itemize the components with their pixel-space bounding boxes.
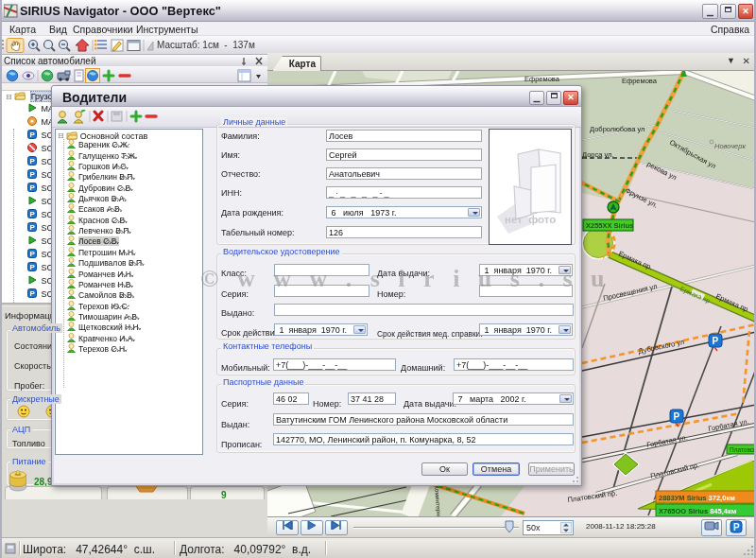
svg-text:Добролюбова ул: Добролюбова ул bbox=[590, 125, 644, 133]
svg-text:P: P bbox=[30, 210, 36, 218]
svg-text:Платовск: Платовск bbox=[730, 446, 756, 453]
svg-text:2883УМ Sirius 372,0км: 2883УМ Sirius 372,0км bbox=[659, 494, 735, 502]
svg-text:P: P bbox=[30, 250, 36, 258]
svg-text:Ефремова: Ефремова bbox=[524, 75, 560, 83]
svg-text:P: P bbox=[30, 183, 36, 192]
svg-text:P: P bbox=[674, 411, 680, 422]
svg-text:P: P bbox=[30, 263, 36, 271]
svg-text:P: P bbox=[733, 522, 740, 532]
svg-text:Х765ОО Sirius 845,4км: Х765ОО Sirius 845,4км bbox=[659, 507, 737, 515]
svg-text:P: P bbox=[30, 170, 36, 179]
svg-text:Ефремова: Ефремова bbox=[622, 77, 658, 85]
svg-text:P: P bbox=[713, 336, 719, 346]
svg-text:Дорса ул.: Дорса ул. bbox=[582, 150, 614, 159]
svg-text:P: P bbox=[30, 131, 36, 139]
svg-text:P: P bbox=[30, 157, 36, 166]
svg-text:нет фото: нет фото bbox=[505, 214, 556, 225]
svg-text:Новочерк: Новочерк bbox=[714, 142, 746, 150]
svg-text:P: P bbox=[30, 223, 36, 232]
svg-text:Х255ХХ Sirius: Х255ХХ Sirius bbox=[586, 221, 633, 230]
svg-text:P: P bbox=[30, 289, 36, 298]
